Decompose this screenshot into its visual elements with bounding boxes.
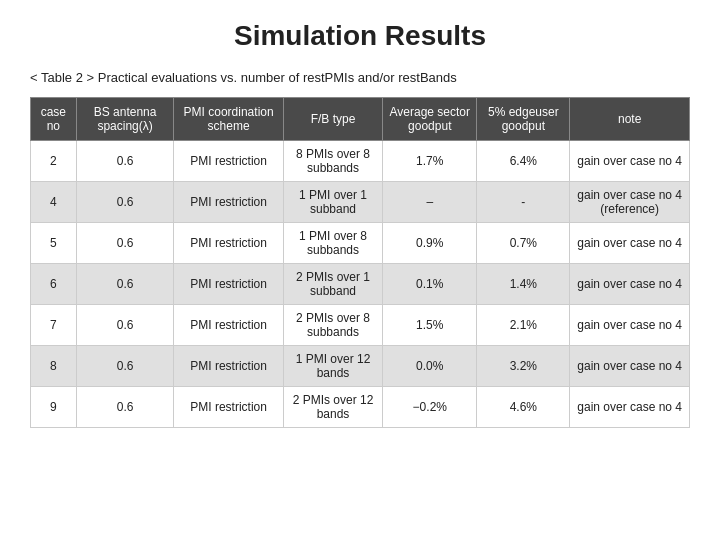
- cell-avg_sector: –: [383, 182, 477, 223]
- cell-pmi_coord: PMI restriction: [174, 346, 283, 387]
- cell-note: gain over case no 4: [570, 387, 690, 428]
- cell-avg_sector: 0.1%: [383, 264, 477, 305]
- cell-note: gain over case no 4: [570, 141, 690, 182]
- cell-note: gain over case no 4: [570, 223, 690, 264]
- cell-case_no: 5: [31, 223, 77, 264]
- cell-bs_antenna: 0.6: [76, 182, 174, 223]
- cell-edgeuser: 0.7%: [477, 223, 570, 264]
- cell-case_no: 2: [31, 141, 77, 182]
- cell-avg_sector: 1.7%: [383, 141, 477, 182]
- table-row: 20.6PMI restriction8 PMIs over 8 subband…: [31, 141, 690, 182]
- cell-edgeuser: 1.4%: [477, 264, 570, 305]
- cell-edgeuser: 4.6%: [477, 387, 570, 428]
- cell-bs_antenna: 0.6: [76, 141, 174, 182]
- cell-case_no: 9: [31, 387, 77, 428]
- table-header-row: case no BS antenna spacing(λ) PMI coordi…: [31, 98, 690, 141]
- page-title: Simulation Results: [30, 20, 690, 52]
- cell-edgeuser: -: [477, 182, 570, 223]
- table-row: 40.6PMI restriction1 PMI over 1 subband–…: [31, 182, 690, 223]
- table-row: 90.6PMI restriction2 PMIs over 12 bands−…: [31, 387, 690, 428]
- table-row: 50.6PMI restriction1 PMI over 8 subbands…: [31, 223, 690, 264]
- col-header-note: note: [570, 98, 690, 141]
- col-header-bs-antenna: BS antenna spacing(λ): [76, 98, 174, 141]
- cell-case_no: 6: [31, 264, 77, 305]
- cell-avg_sector: 1.5%: [383, 305, 477, 346]
- cell-case_no: 4: [31, 182, 77, 223]
- cell-note: gain over case no 4 (reference): [570, 182, 690, 223]
- cell-note: gain over case no 4: [570, 264, 690, 305]
- cell-bs_antenna: 0.6: [76, 346, 174, 387]
- cell-bs_antenna: 0.6: [76, 305, 174, 346]
- cell-fb_type: 2 PMIs over 8 subbands: [283, 305, 382, 346]
- subtitle: < Table 2 > Practical evaluations vs. nu…: [30, 70, 690, 85]
- cell-pmi_coord: PMI restriction: [174, 264, 283, 305]
- cell-avg_sector: −0.2%: [383, 387, 477, 428]
- cell-fb_type: 2 PMIs over 1 subband: [283, 264, 382, 305]
- cell-fb_type: 8 PMIs over 8 subbands: [283, 141, 382, 182]
- cell-fb_type: 1 PMI over 1 subband: [283, 182, 382, 223]
- results-table: case no BS antenna spacing(λ) PMI coordi…: [30, 97, 690, 428]
- cell-avg_sector: 0.0%: [383, 346, 477, 387]
- table-row: 60.6PMI restriction2 PMIs over 1 subband…: [31, 264, 690, 305]
- cell-fb_type: 1 PMI over 8 subbands: [283, 223, 382, 264]
- cell-fb_type: 2 PMIs over 12 bands: [283, 387, 382, 428]
- cell-pmi_coord: PMI restriction: [174, 182, 283, 223]
- cell-edgeuser: 2.1%: [477, 305, 570, 346]
- col-header-case-no: case no: [31, 98, 77, 141]
- col-header-fb-type: F/B type: [283, 98, 382, 141]
- cell-pmi_coord: PMI restriction: [174, 223, 283, 264]
- cell-case_no: 8: [31, 346, 77, 387]
- cell-case_no: 7: [31, 305, 77, 346]
- col-header-pmi-coord: PMI coordination scheme: [174, 98, 283, 141]
- table-row: 70.6PMI restriction2 PMIs over 8 subband…: [31, 305, 690, 346]
- col-header-avg-sector: Average sector goodput: [383, 98, 477, 141]
- cell-edgeuser: 3.2%: [477, 346, 570, 387]
- table-row: 80.6PMI restriction1 PMI over 12 bands0.…: [31, 346, 690, 387]
- cell-pmi_coord: PMI restriction: [174, 305, 283, 346]
- cell-pmi_coord: PMI restriction: [174, 387, 283, 428]
- cell-bs_antenna: 0.6: [76, 264, 174, 305]
- cell-note: gain over case no 4: [570, 305, 690, 346]
- cell-fb_type: 1 PMI over 12 bands: [283, 346, 382, 387]
- cell-edgeuser: 6.4%: [477, 141, 570, 182]
- cell-bs_antenna: 0.6: [76, 387, 174, 428]
- cell-avg_sector: 0.9%: [383, 223, 477, 264]
- cell-pmi_coord: PMI restriction: [174, 141, 283, 182]
- cell-note: gain over case no 4: [570, 346, 690, 387]
- col-header-edgeuser: 5% edgeuser goodput: [477, 98, 570, 141]
- cell-bs_antenna: 0.6: [76, 223, 174, 264]
